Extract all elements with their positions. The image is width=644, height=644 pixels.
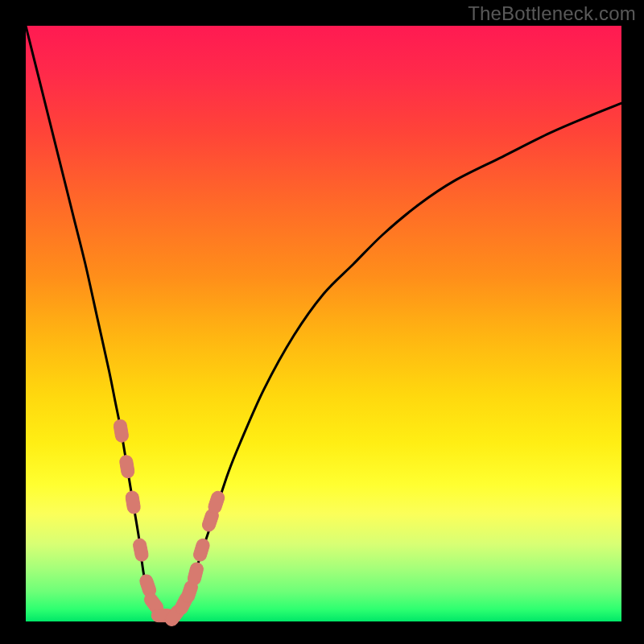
marker-point [113,419,129,443]
marker-point [192,537,211,562]
marker-point [119,454,135,478]
curve-left-branch [26,26,169,618]
marker-group [113,419,226,629]
marker-point [187,561,204,586]
marker-point [207,489,226,515]
marker-point [132,538,149,563]
watermark-text: TheBottleneck.com [468,2,636,25]
curve-right-branch [169,103,621,618]
marker-point [125,490,141,514]
outer-frame: TheBottleneck.com [0,0,644,644]
curve-group [26,26,621,618]
chart-svg [0,0,644,644]
